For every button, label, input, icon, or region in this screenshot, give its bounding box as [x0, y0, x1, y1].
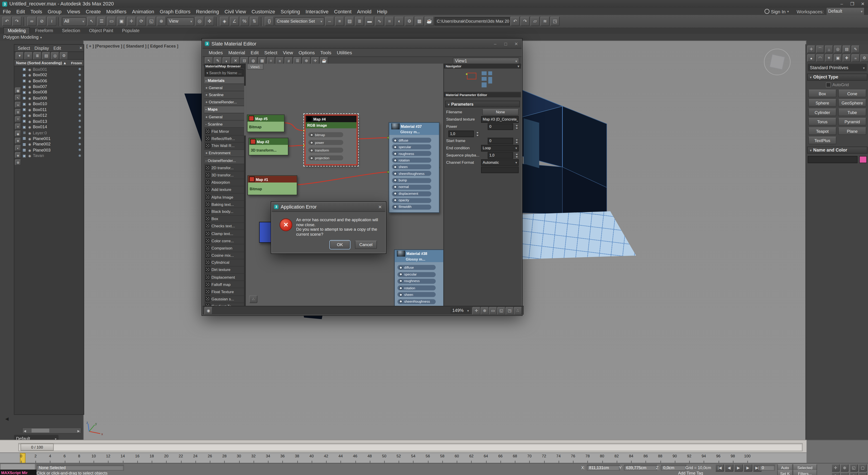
explorer-menu-edit[interactable]: Edit — [51, 46, 63, 51]
explorer-menu-select[interactable]: Select — [16, 46, 32, 51]
zoom-button[interactable]: ⊕ — [840, 464, 849, 472]
status-lock-icon[interactable]: ◉ — [204, 307, 213, 314]
select-by-name-button[interactable]: ☰ — [97, 16, 106, 26]
select-object-button[interactable]: ↖ — [87, 16, 96, 26]
minimize-button[interactable]: – — [837, 0, 847, 7]
workspace-combo[interactable]: Default▾ — [826, 7, 865, 16]
visibility-icon[interactable]: ◉ — [28, 148, 31, 152]
viewport-label[interactable]: [ + ] [Perspective ] [ Standard ] [ Edge… — [86, 44, 178, 48]
menu-edit[interactable]: Edit — [13, 8, 28, 15]
rectangular-selection-region-button[interactable]: ▭ — [107, 16, 116, 26]
tab-selection[interactable]: Selection — [58, 28, 84, 34]
field-of-view-button[interactable]: ◎ — [849, 472, 858, 475]
map-node[interactable]: Map #5Bitmap — [247, 114, 285, 132]
angle-snap-toggle-button[interactable]: ∠ — [230, 16, 239, 26]
slate-menu-material[interactable]: Material — [225, 50, 248, 55]
sort-button[interactable]: ≡ — [25, 52, 33, 60]
rendered-frame-window-button[interactable]: ▦ — [414, 16, 424, 26]
select-and-uniform-scale-button[interactable]: ◱ — [147, 16, 156, 26]
browser-item[interactable]: Checks text... — [204, 223, 244, 230]
menu-animation[interactable]: Animation — [129, 8, 157, 15]
visibility-icon[interactable]: ◉ — [28, 154, 31, 158]
menu-customize[interactable]: Customize — [249, 8, 278, 15]
node-slot[interactable]: bitmap — [308, 132, 343, 137]
browser-item[interactable]: Cylindrical — [204, 259, 244, 267]
percent-snap-toggle-button[interactable]: % — [240, 16, 249, 26]
list-item[interactable]: ▣◉Box009❄ — [21, 95, 84, 101]
search-button[interactable]: ◎ — [51, 52, 59, 60]
explorer-horizontal-scrollbar[interactable]: ◀▶ — [22, 428, 82, 434]
orbit-button[interactable]: ⟳ — [832, 472, 840, 475]
slate-minimize-button[interactable]: – — [490, 40, 500, 47]
zoom-region-button[interactable]: ▭ — [840, 472, 849, 475]
visibility-icon[interactable]: ◉ — [28, 137, 31, 140]
node-slot[interactable]: sheen — [398, 292, 436, 297]
walk-through-button[interactable]: ≋ — [859, 472, 867, 475]
node-slot[interactable]: sheen — [392, 164, 431, 169]
list-item[interactable]: ▦◉Plane002❄ — [21, 141, 84, 147]
spinner-arrows[interactable]: ▲▼ — [515, 124, 519, 129]
list-item[interactable]: ▣◉Box001❄ — [21, 66, 84, 72]
browser-item[interactable]: Displacement — [204, 274, 244, 281]
browser-item[interactable]: Gaussian s... — [204, 296, 244, 303]
redo-scene-button[interactable]: ↷ — [520, 16, 530, 26]
zoom-extents-button[interactable]: ◱ — [849, 464, 858, 472]
list-item[interactable]: ▣◉Box013❄ — [21, 118, 84, 124]
slate-menu-options[interactable]: Options — [296, 50, 318, 55]
browser-item[interactable]: Box — [204, 215, 244, 223]
node-slot[interactable]: bump — [392, 178, 431, 183]
hierarchy-icon[interactable]: ⌗ — [15, 116, 21, 122]
torus-button[interactable]: Torus — [808, 118, 837, 126]
browser-item[interactable]: 3D transfor... — [204, 172, 244, 179]
parameter-spinner-field[interactable]: 1,0 — [488, 152, 513, 158]
utilities-tab-button[interactable]: ✎ — [851, 45, 860, 53]
materials-icon[interactable]: ◐ — [15, 145, 21, 151]
panel-collapse-arrow-icon[interactable]: ◀ — [4, 416, 9, 421]
browser-cat[interactable]: + Scanline — [204, 91, 244, 99]
visibility-icon[interactable]: ◉ — [28, 91, 31, 94]
object-color-swatch[interactable] — [859, 156, 867, 163]
z-coordinate-field[interactable]: 0,0cm — [661, 465, 686, 471]
render-setup-button[interactable]: ⚙ — [405, 16, 414, 26]
slate-maximize-button[interactable]: □ — [500, 40, 511, 47]
set-key-button[interactable]: Set K — [777, 470, 793, 475]
track-bar[interactable]: 0246810121416182022242628303234363840424… — [0, 452, 807, 464]
tab-freeform[interactable]: Freeform — [31, 28, 57, 34]
x-coordinate-field[interactable]: 811,131cm — [587, 465, 620, 471]
node-slot[interactable]: sheenRoughness — [398, 299, 436, 304]
dialog-titlebar[interactable]: 3 Application Error ✕ — [272, 202, 385, 212]
spinner-arrows[interactable]: ▲▼ — [515, 152, 519, 158]
align-button[interactable]: ≡ — [335, 16, 344, 26]
visibility-icon[interactable]: ◉ — [28, 125, 31, 129]
parameters-rollout[interactable]: ▾Parameters — [445, 101, 520, 107]
visibility-icon[interactable]: ◉ — [28, 108, 31, 111]
node-slot[interactable]: displacement — [392, 191, 431, 196]
menu-modifiers[interactable]: Modifiers — [103, 8, 129, 15]
window-crossing-toggle-button[interactable]: ▣ — [117, 16, 126, 26]
filter-hierarchy-button[interactable]: ≣ — [33, 52, 42, 60]
zoom-tool-button[interactable]: ⊕ — [480, 307, 489, 314]
menu-create[interactable]: Create — [83, 8, 104, 15]
node-slot[interactable]: sheen​Roughness — [392, 171, 431, 176]
render-production-button[interactable]: ☕ — [425, 16, 434, 26]
select-and-manipulate-button[interactable]: ✜ — [205, 16, 214, 26]
time-slider-track[interactable]: 0 / 100 — [18, 443, 803, 451]
list-item[interactable]: ▦◉Plane003❄ — [21, 147, 84, 153]
ok-button[interactable]: OK — [330, 241, 350, 249]
filters-icon[interactable]: ◈ — [15, 152, 21, 158]
browser-item[interactable]: Cosine mix... — [204, 252, 244, 259]
sphere-button[interactable]: Sphere — [808, 99, 837, 107]
selection-icon[interactable]: ↖ — [15, 95, 21, 101]
menu-group[interactable]: Group — [45, 8, 64, 15]
node-slot[interactable]: specular — [398, 272, 436, 277]
slate-menu-utilities[interactable]: Utilities — [334, 50, 355, 55]
object-name-field[interactable] — [808, 156, 858, 163]
material-node[interactable]: Material #38Glossy m...diffusespecularro… — [394, 249, 443, 306]
geometry-button[interactable]: ● — [807, 54, 815, 62]
play-button[interactable]: ▶ — [734, 464, 743, 472]
helpers-button[interactable]: ✚ — [843, 54, 851, 62]
list-item[interactable]: ▣◉Box014❄ — [21, 124, 84, 130]
plane-button[interactable]: Plane — [838, 127, 866, 135]
systems-button[interactable]: ⚙ — [860, 54, 868, 62]
map-node[interactable]: Map #4RGB imagebitmappowertransformproje… — [305, 114, 358, 165]
